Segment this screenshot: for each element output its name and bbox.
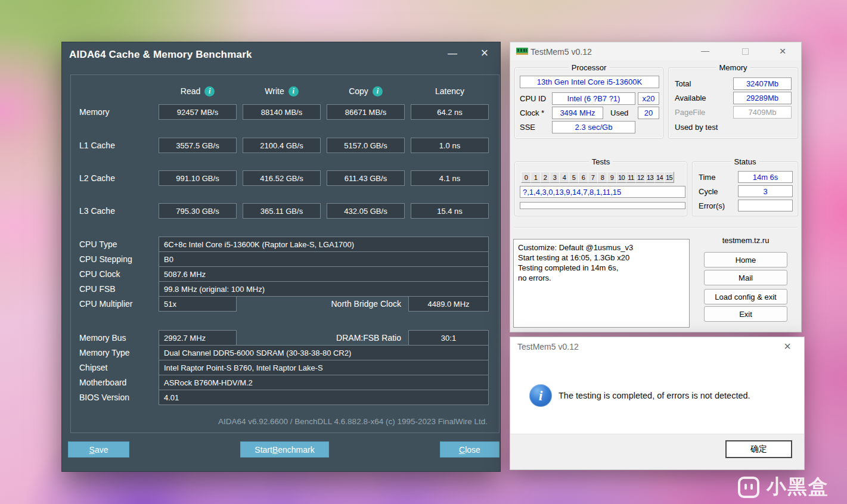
- test-cell: 4: [559, 172, 569, 183]
- test-cell: 1: [530, 172, 541, 183]
- memory-group-label: Memory: [716, 63, 750, 72]
- available-label: Available: [675, 94, 706, 102]
- watermark: 小黑盒: [738, 474, 829, 500]
- tests-group: Tests 0 1 2 3 4 5 6 7 8 9 10 11 12 13 14…: [514, 161, 687, 216]
- row-label: Memory Bus: [71, 333, 159, 343]
- maximize-icon[interactable]: [742, 48, 749, 55]
- column-header-copy: Copy i: [327, 86, 405, 97]
- chipset-value: Intel Raptor Point-S B760, Intel Raptor …: [159, 360, 489, 375]
- cpu-id-field: Intel (6 ?B7 ?1): [552, 92, 635, 105]
- bench-row-memory: Memory 92457 MB/s 88140 MB/s 86671 MB/s …: [71, 104, 489, 120]
- row-label: BIOS Version: [71, 393, 159, 402]
- button-label: enchmark: [278, 445, 314, 455]
- memory-bus-value: 2992.7 MHz: [159, 330, 237, 346]
- row-label: CPU Stepping: [71, 254, 159, 264]
- dram-fsb-ratio-value: 30:1: [408, 330, 489, 346]
- row-label: CPU Multiplier: [71, 299, 159, 309]
- l1-latency-value: 1.0 ns: [411, 138, 489, 153]
- ram-module-icon: [516, 47, 528, 57]
- row-label: CPU Type: [71, 239, 159, 249]
- info-icon[interactable]: i: [288, 86, 299, 97]
- sse-label: SSE: [520, 123, 535, 132]
- site-label: testmem.tz.ru: [704, 236, 787, 245]
- start-benchmark-button[interactable]: Start Benchmark: [240, 441, 329, 458]
- l2-write-value: 416.52 GB/s: [243, 170, 321, 186]
- info-row-memory-type: Memory Type Dual Channel DDR5-6000 SDRAM…: [71, 345, 489, 360]
- memory-write-value: 88140 MB/s: [243, 104, 321, 120]
- errors-field: [738, 200, 793, 211]
- cpu-type-value: 6C+8c Intel Core i5-13600K (Raptor Lake-…: [159, 237, 489, 252]
- logo-eye: [744, 484, 747, 490]
- ok-button[interactable]: 确定: [725, 440, 792, 458]
- button-accesskey: S: [89, 445, 95, 455]
- test-cell: 3: [550, 172, 560, 183]
- column-header-read: Read i: [159, 86, 237, 97]
- cpu-name-field: 13th Gen Intel Core i5-13600K: [520, 76, 659, 88]
- l1-read-value: 3557.5 GB/s: [159, 138, 237, 153]
- tests-group-label: Tests: [589, 157, 613, 166]
- pagefile-label: PageFile: [675, 108, 705, 117]
- separator-line: [514, 227, 797, 228]
- dram-fsb-ratio-label: DRAM:FSB Ratio: [237, 333, 408, 343]
- test-cell: 11: [626, 172, 636, 183]
- test-cell: 15: [664, 172, 674, 183]
- pagefile-field: 7409Mb: [733, 106, 792, 119]
- info-row-cpu-clock: CPU Clock 5087.6 MHz: [71, 266, 489, 282]
- row-label: Chipset: [71, 363, 159, 372]
- test-cell: 9: [607, 172, 617, 183]
- load-config-exit-button[interactable]: Load config & exit: [704, 289, 787, 304]
- cycle-field: 3: [738, 185, 793, 197]
- memory-copy-value: 86671 MB/s: [327, 104, 405, 120]
- l3-latency-value: 15.4 ns: [411, 203, 489, 219]
- l1-write-value: 2100.4 GB/s: [243, 138, 321, 153]
- close-icon[interactable]: ×: [780, 340, 795, 353]
- close-icon[interactable]: ×: [476, 45, 493, 61]
- test-cell: 6: [578, 172, 588, 183]
- cpu-fsb-value: 99.8 MHz (original: 100 MHz): [159, 281, 489, 297]
- log-line: Testing completed in 14m 6s,: [518, 263, 685, 273]
- aida64-window: AIDA64 Cache & Memory Benchmark — × Read…: [61, 42, 501, 472]
- cpu-id-mult-field: x20: [638, 92, 659, 105]
- close-button[interactable]: Close: [440, 441, 499, 458]
- minimize-icon[interactable]: —: [444, 46, 461, 63]
- info-row-cpu-multiplier: CPU Multiplier 51x North Bridge Clock 44…: [71, 296, 489, 312]
- memory-group: Memory Total 32407Mb Available 29289Mb P…: [668, 67, 798, 139]
- time-field: 14m 6s: [738, 171, 793, 183]
- close-icon[interactable]: ×: [776, 45, 789, 58]
- info-icon[interactable]: i: [204, 86, 215, 97]
- row-label: L1 Cache: [71, 141, 153, 150]
- test-cell: 10: [616, 172, 626, 183]
- desktop-background: AIDA64 Cache & Memory Benchmark — × Read…: [0, 0, 847, 504]
- time-label: Time: [699, 173, 715, 182]
- home-button[interactable]: Home: [704, 252, 787, 267]
- testmem5-window-title: TestMem5 v0.12: [530, 47, 592, 57]
- l2-read-value: 991.10 GB/s: [159, 170, 237, 186]
- save-button[interactable]: Save: [68, 441, 129, 458]
- testmem5-window: TestMem5 v0.12 — × Processor 13th Gen In…: [510, 42, 802, 332]
- cycle-label: Cycle: [699, 187, 718, 196]
- testmem5-dialog: TestMem5 v0.12 × i The testing is comple…: [510, 337, 805, 470]
- exit-button[interactable]: Exit: [704, 306, 787, 322]
- bench-row-l2: L2 Cache 991.10 GB/s 416.52 GB/s 611.43 …: [71, 170, 489, 186]
- column-header-write: Write i: [243, 86, 321, 97]
- benchmark-header-row: Read i Write i Copy i Latency: [71, 83, 489, 99]
- l2-latency-value: 4.1 ns: [411, 170, 489, 186]
- column-label-copy: Copy: [349, 86, 368, 96]
- test-cell: 8: [597, 172, 607, 183]
- log-line: Customize: Default @1usmus_v3: [518, 242, 685, 253]
- cpu-clock-value: 5087.6 MHz: [159, 266, 489, 282]
- info-row-memory-bus: Memory Bus 2992.7 MHz DRAM:FSB Ratio 30:…: [71, 330, 489, 346]
- button-label: lose: [465, 445, 480, 455]
- row-label: Motherboard: [71, 378, 159, 387]
- button-label: ave: [95, 445, 108, 455]
- l1-copy-value: 5157.0 GB/s: [327, 138, 405, 153]
- memory-read-value: 92457 MB/s: [159, 104, 237, 120]
- memory-type-value: Dual Channel DDR5-6000 SDRAM (30-38-38-8…: [159, 345, 489, 360]
- test-cell: 2: [540, 172, 550, 183]
- l3-copy-value: 432.05 GB/s: [327, 203, 405, 219]
- mail-button[interactable]: Mail: [704, 270, 787, 285]
- processor-group-label: Processor: [569, 63, 610, 72]
- cpu-stepping-value: B0: [159, 251, 489, 267]
- info-icon[interactable]: i: [373, 86, 383, 97]
- minimize-icon[interactable]: —: [699, 46, 712, 55]
